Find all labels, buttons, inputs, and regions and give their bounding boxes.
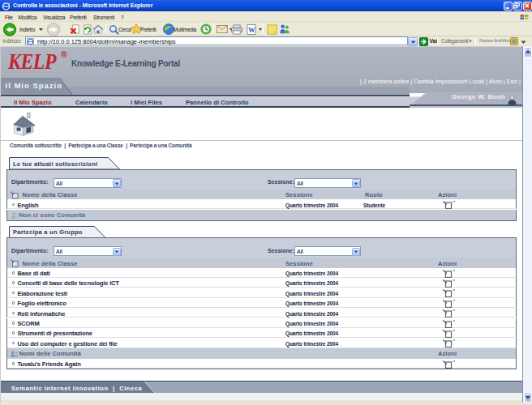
svg-text:W: W (248, 26, 255, 33)
